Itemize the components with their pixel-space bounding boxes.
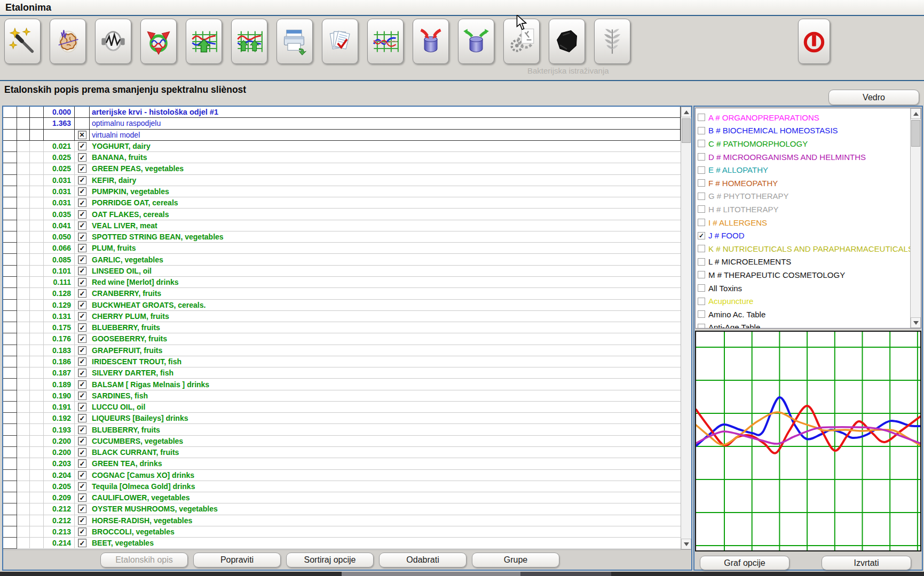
row-checkbox[interactable] xyxy=(78,221,86,230)
table-row[interactable]: 0.205Tequila [Olmeca Gold] drinks xyxy=(3,481,681,492)
table-row[interactable]: 0.021YOGHURT, dairy xyxy=(3,141,681,152)
category-item[interactable]: Acupuncture xyxy=(698,294,910,308)
row-checkbox[interactable] xyxy=(78,426,86,434)
category-checkbox[interactable] xyxy=(698,284,705,292)
category-item[interactable]: C # PATHOMORPHOLOGY xyxy=(698,137,910,150)
category-item[interactable]: J # FOOD xyxy=(698,229,910,242)
documents-check-button[interactable] xyxy=(322,19,358,64)
category-checkbox[interactable] xyxy=(698,179,705,187)
scroll-up-button[interactable] xyxy=(681,107,691,117)
table-row[interactable]: 0.000arterijske krvi - histološka odjel … xyxy=(3,107,681,118)
grupe-button[interactable]: Grupe xyxy=(472,553,559,567)
table-row[interactable]: 0.200CUCUMBERS, vegetables xyxy=(3,436,681,447)
row-checkbox[interactable] xyxy=(78,289,86,298)
category-item[interactable]: M # THERAPEUTIC COSMETOLOGY xyxy=(698,268,910,282)
table-row[interactable]: 1.363optimalnu raspodjelu xyxy=(3,118,681,129)
category-item[interactable]: K # NUTRICEUTICALS AND PARAPHARMACEUTICA… xyxy=(698,242,910,255)
table-row[interactable]: 0.031PUMPKIN, vegetables xyxy=(3,186,681,197)
category-checkbox[interactable] xyxy=(698,219,705,226)
category-checkbox[interactable] xyxy=(698,114,705,121)
category-item[interactable]: Amino Ac. Table xyxy=(698,308,910,321)
chart-arrow-up-button[interactable] xyxy=(186,19,222,64)
row-checkbox[interactable] xyxy=(78,448,86,457)
table-row[interactable]: 0.213BROCCOLI, vegetables xyxy=(3,526,681,538)
row-checkbox[interactable] xyxy=(78,516,86,525)
row-checkbox[interactable] xyxy=(78,403,86,411)
category-item[interactable]: L # MICROELEMENTS xyxy=(698,255,910,269)
chart-two-arrows-button[interactable] xyxy=(231,19,267,64)
etalon-comparison-button[interactable] xyxy=(140,19,177,64)
category-item[interactable]: D # MICROORGANISMS AND HELMINTHS xyxy=(698,150,910,164)
category-checkbox[interactable] xyxy=(698,193,705,200)
row-checkbox[interactable] xyxy=(78,210,86,219)
table-row[interactable]: 0.050SPOTTED STRING BEAN, vegetables xyxy=(3,231,681,243)
category-checkbox[interactable] xyxy=(698,271,705,278)
row-checkbox[interactable] xyxy=(78,471,86,479)
row-checkbox[interactable] xyxy=(78,459,86,468)
row-checkbox[interactable] xyxy=(78,414,86,422)
plant-button[interactable] xyxy=(594,19,630,64)
category-checkbox[interactable] xyxy=(698,166,705,174)
row-checkbox[interactable] xyxy=(78,437,86,445)
row-checkbox[interactable] xyxy=(78,187,86,196)
category-item[interactable]: G # PHYTOTHERAPY xyxy=(698,190,910,203)
category-scrollbar[interactable] xyxy=(910,108,921,328)
row-checkbox[interactable] xyxy=(78,312,86,321)
print-button[interactable] xyxy=(277,19,313,64)
table-row[interactable]: 0.189BALSAM [ Rigas Melnais ] drinks xyxy=(3,379,681,390)
row-checkbox[interactable] xyxy=(78,164,86,173)
row-checkbox[interactable] xyxy=(78,198,86,207)
table-row[interactable]: 0.025BANANA, fruits xyxy=(3,152,681,163)
row-checkbox[interactable] xyxy=(78,176,86,185)
table-row[interactable]: 0.204COGNAC [Camus XO] drinks xyxy=(3,470,681,481)
category-checkbox[interactable] xyxy=(698,298,705,305)
scroll-down-button[interactable] xyxy=(911,317,921,328)
table-row[interactable]: 0.129BUCKWHEAT GROATS, cereals. xyxy=(3,300,681,311)
row-checkbox[interactable] xyxy=(78,482,86,491)
row-checkbox[interactable] xyxy=(78,255,86,264)
head-frequency-button[interactable] xyxy=(95,19,131,64)
scroll-up-button[interactable] xyxy=(911,108,921,119)
category-checkbox[interactable] xyxy=(698,232,705,239)
category-checkbox[interactable] xyxy=(698,140,705,147)
list-scrollbar[interactable] xyxy=(681,107,691,549)
row-checkbox[interactable] xyxy=(78,267,86,275)
category-item[interactable]: H # LITOTHERAPY xyxy=(698,203,910,216)
vedro-button[interactable]: Vedro xyxy=(828,90,919,105)
category-item[interactable]: E # ALLOPATHY xyxy=(698,163,910,177)
table-row[interactable]: 0.193BLUEBERRY, fruits xyxy=(3,424,681,435)
table-row[interactable]: 0.186IRIDESCENT TROUT, fish xyxy=(3,356,681,367)
table-row[interactable]: 0.035OAT FLAKES, cereals xyxy=(3,209,681,220)
table-row[interactable]: 0.191LUCCU OIL, oil xyxy=(3,402,681,413)
row-checkbox[interactable] xyxy=(78,527,86,536)
row-checkbox[interactable] xyxy=(78,334,86,343)
black-stone-button[interactable] xyxy=(549,19,585,64)
table-row[interactable]: 0.176GOOSEBERRY, fruits xyxy=(3,333,681,345)
table-row[interactable]: 0.190SARDINES, fish xyxy=(3,390,681,402)
category-checkbox[interactable] xyxy=(698,127,705,134)
row-checkbox[interactable] xyxy=(78,357,86,366)
row-checkbox[interactable] xyxy=(78,278,86,286)
scroll-down-button[interactable] xyxy=(681,539,691,549)
table-row[interactable]: 0.192LIQUEURS [Baileys] drinks xyxy=(3,413,681,424)
row-checkbox[interactable] xyxy=(78,131,86,139)
row-checkbox[interactable] xyxy=(78,323,86,332)
table-row[interactable]: 0.025GREEN PEAS, vegetables xyxy=(3,163,681,174)
row-checkbox[interactable] xyxy=(78,493,86,502)
table-row[interactable]: 0.131CHERRY PLUM, fruits xyxy=(3,311,681,322)
category-item[interactable]: Anti-Age Table xyxy=(698,321,910,329)
popraviti-button[interactable]: Popraviti xyxy=(193,553,281,567)
table-row[interactable]: 0.066PLUM, fruits xyxy=(3,243,681,254)
row-checkbox[interactable] xyxy=(78,244,86,252)
table-row[interactable]: virtualni model xyxy=(3,130,681,141)
category-checkbox[interactable] xyxy=(698,258,705,266)
table-row[interactable]: 0.183GRAPEFRUIT, fruits xyxy=(3,345,681,356)
table-row[interactable]: 0.212HORSE-RADISH, vegetables xyxy=(3,515,681,526)
odabrati-button[interactable]: Odabrati xyxy=(379,553,467,567)
category-item[interactable]: A # ORGANOPREPARATIONS xyxy=(698,111,910,124)
table-row[interactable]: 0.085GARLIC, vegetables xyxy=(3,254,681,265)
table-row[interactable]: 0.101LINSEED OIL, oil xyxy=(3,266,681,277)
spectrum-chart-button[interactable] xyxy=(367,19,404,64)
row-checkbox[interactable] xyxy=(78,539,86,547)
row-checkbox[interactable] xyxy=(78,505,86,513)
